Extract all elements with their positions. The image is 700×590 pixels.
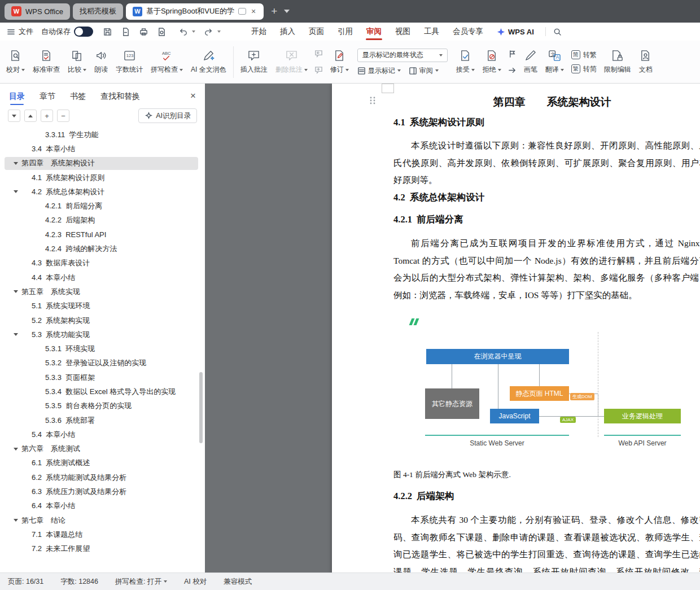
toc-item[interactable]: 6.4 本章小结 xyxy=(0,499,205,513)
menu-tab[interactable]: 插入 xyxy=(273,23,302,41)
previous-comment-button[interactable] xyxy=(313,48,325,59)
page[interactable]: 第四章 系统架构设计 4.1 系统架构设计原则 本系统设计时遵循以下原则：兼容性… xyxy=(332,84,700,572)
word-count-button[interactable]: 123 字数统计 xyxy=(112,44,147,80)
toc-item[interactable]: 4.2 系统总体架构设计 xyxy=(0,185,205,199)
undo-caret-icon[interactable] xyxy=(192,30,195,33)
word-count-indicator[interactable]: 字数: 12846 xyxy=(60,577,98,587)
close-tab-icon[interactable]: × xyxy=(250,7,257,15)
toc-item[interactable]: 3.4 本章小结 xyxy=(0,142,205,156)
previous-change-button[interactable] xyxy=(507,48,518,59)
toc-item[interactable]: 6.1 系统测试概述 xyxy=(0,456,205,470)
compat-mode-indicator[interactable]: 兼容模式 xyxy=(224,577,252,587)
ai-proofread-indicator[interactable]: AI 校对 xyxy=(184,577,207,587)
toc-item[interactable]: 5.3.5 前台表格分页的实现 xyxy=(0,399,205,413)
insert-comment-button[interactable]: 插入批注 xyxy=(237,44,272,80)
toc-item[interactable]: 5.4 本章小结 xyxy=(0,427,205,442)
toc-item[interactable]: 3.3.11 学生功能 xyxy=(0,131,205,142)
page-indicator[interactable]: 页面: 16/31 xyxy=(8,577,43,587)
close-pane-icon[interactable]: × xyxy=(190,90,196,102)
document-permission-button[interactable]: 文档 xyxy=(635,44,657,80)
delete-comment-button[interactable]: 删除批注 xyxy=(272,44,312,80)
proofread-button[interactable]: 校对 xyxy=(2,44,29,80)
print-preview-button[interactable] xyxy=(154,24,169,39)
tab-find-replace[interactable]: 查找和替换 xyxy=(100,84,140,108)
accept-change-button[interactable]: 接受 xyxy=(452,44,479,80)
search-button[interactable] xyxy=(550,24,565,39)
menu-tab[interactable]: 审阅 xyxy=(360,23,388,41)
architecture-figure[interactable]: 在浏览器中呈现 其它静态资源 静态页面 HTML 生成DOM JavaScrip… xyxy=(404,315,700,467)
redo-caret-icon[interactable] xyxy=(217,30,221,33)
ink-brush-button[interactable]: 画笔 xyxy=(520,44,541,80)
restrict-editing-button[interactable]: 限制编辑 xyxy=(600,44,635,80)
toc-item[interactable]: 5.3.3 页面框架 xyxy=(0,370,205,384)
toc-item[interactable]: 6.3 系统压力测试及结果分析 xyxy=(0,484,205,499)
toc-item[interactable]: 5.2 系统架构实现 xyxy=(0,313,205,327)
toc-item[interactable]: 5.3.1 环境实现 xyxy=(0,342,205,356)
collapse-all-button[interactable] xyxy=(8,110,20,122)
expand-arrow-icon[interactable] xyxy=(14,519,18,522)
toc-item[interactable]: 5.3 系统功能实现 xyxy=(0,327,205,342)
toc-item[interactable]: 5.3.4 数据以 Excel 格式导入导出的实现 xyxy=(0,384,205,399)
toc-item[interactable]: 4.2.1 前后端分离 xyxy=(0,199,205,213)
track-changes-button[interactable]: 修订 xyxy=(326,44,353,80)
translate-button[interactable]: 文A 翻译 xyxy=(541,44,568,80)
standard-review-button[interactable]: 标准审查 xyxy=(29,44,64,80)
toc-item[interactable]: 7.2 未来工作展望 xyxy=(0,542,205,556)
toc-item[interactable]: 第六章 系统测试 xyxy=(0,442,205,456)
new-tab-button[interactable]: + xyxy=(266,0,282,23)
autosave-control[interactable]: 自动保存 xyxy=(41,27,93,37)
tab-wps-office[interactable]: W WPS Office xyxy=(5,3,70,20)
toc-item[interactable]: 4.3 数据库表设计 xyxy=(0,256,205,270)
toc-item[interactable]: 5.1 系统实现环境 xyxy=(0,299,205,313)
simplified-to-traditional-button[interactable]: 简 转繁 xyxy=(571,50,597,60)
menu-tab[interactable]: 工具 xyxy=(417,23,446,41)
tab-template-store[interactable]: 找稻壳模板 xyxy=(73,3,123,20)
review-pane-button[interactable]: 审阅 xyxy=(409,66,439,76)
menu-tab[interactable]: 引用 xyxy=(331,23,360,41)
toc-item[interactable]: 4.1 系统架构设计原则 xyxy=(0,171,205,185)
zoom-out-outline-button[interactable]: − xyxy=(57,110,69,122)
print-button[interactable] xyxy=(136,24,151,39)
zoom-in-outline-button[interactable]: + xyxy=(41,110,53,122)
tab-toc[interactable]: 目录 xyxy=(9,84,25,108)
tab-document[interactable]: W 基于SpringBoot和VUE的学 × xyxy=(126,3,264,20)
toc-item[interactable]: 4.2.4 跨域的解决方法 xyxy=(0,242,205,256)
toc-item[interactable]: 第五章 系统实现 xyxy=(0,285,205,299)
autosave-toggle[interactable] xyxy=(74,27,93,37)
menu-tab[interactable]: 开始 xyxy=(244,23,273,41)
ai-polish-button[interactable]: AI 全文润色 xyxy=(187,44,230,80)
toc-item[interactable]: 4.2.3 RESTful API xyxy=(0,228,205,242)
spell-check-button[interactable]: ABC 拼写检查 xyxy=(147,44,187,80)
expand-all-button[interactable] xyxy=(24,110,37,122)
compare-button[interactable]: 比较 xyxy=(64,44,90,80)
undo-button[interactable] xyxy=(176,24,190,39)
document-canvas[interactable]: 第四章 系统架构设计 4.1 系统架构设计原则 本系统设计时遵循以下原则：兼容性… xyxy=(205,84,700,572)
sidebar-scrollbar-thumb[interactable] xyxy=(199,372,203,443)
menu-tab[interactable]: 视图 xyxy=(388,23,417,41)
save-button[interactable] xyxy=(100,24,115,39)
next-change-button[interactable] xyxy=(507,64,518,76)
expand-arrow-icon[interactable] xyxy=(14,448,18,451)
menu-tab[interactable]: 会员专享 xyxy=(446,23,490,41)
expand-arrow-icon[interactable] xyxy=(14,290,18,293)
toc-item[interactable]: 第七章 结论 xyxy=(0,513,205,527)
expand-arrow-icon[interactable] xyxy=(14,162,18,165)
toc-item[interactable]: 5.3.6 系统部署 xyxy=(0,413,205,427)
reject-change-button[interactable]: 拒绝 xyxy=(479,44,505,80)
tab-list-chevron-icon[interactable] xyxy=(284,10,290,13)
tab-bookmarks[interactable]: 书签 xyxy=(70,84,86,108)
expand-arrow-icon[interactable] xyxy=(14,333,18,336)
toc-item[interactable]: 第四章 系统架构设计 xyxy=(0,156,205,171)
traditional-to-simplified-button[interactable]: 繁 转简 xyxy=(571,64,597,74)
expand-arrow-icon[interactable] xyxy=(14,190,18,193)
toc-item[interactable]: 4.2.2 后端架构 xyxy=(0,213,205,228)
redo-button[interactable] xyxy=(201,24,216,39)
ai-recognize-toc-button[interactable]: AI识别目录 xyxy=(138,108,197,123)
margin-marker[interactable] xyxy=(382,84,394,93)
toc-item[interactable]: 6.2 系统功能测试及结果分析 xyxy=(0,470,205,484)
menu-tab-wps-ai[interactable]: WPS AI xyxy=(490,28,541,36)
show-markup-button[interactable]: 显示标记 xyxy=(357,66,401,76)
export-pdf-button[interactable] xyxy=(118,24,133,39)
toc-item[interactable]: 5.3.2 登录验证以及注销的实现 xyxy=(0,356,205,370)
file-menu-button[interactable]: 文件 xyxy=(7,27,33,37)
